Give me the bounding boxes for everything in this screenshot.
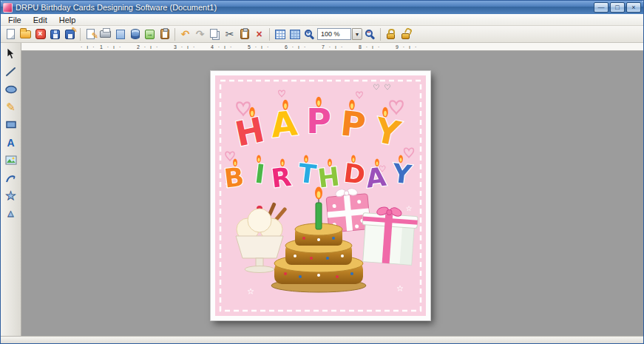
tool-palette: ✎A★▲	[1, 43, 21, 336]
lock-icon[interactable]	[384, 27, 398, 41]
zoom-in-icon[interactable]	[302, 27, 316, 41]
line-tool[interactable]	[2, 64, 20, 79]
menu-edit[interactable]: Edit	[27, 14, 53, 25]
toolbar-separator	[80, 28, 81, 41]
ruler-number: 7 · ı ·	[322, 44, 359, 50]
text-icon: A	[7, 138, 14, 148]
unlock-icon[interactable]	[399, 27, 413, 41]
ellipse-tool[interactable]	[2, 81, 20, 97]
paste-icon[interactable]	[237, 27, 251, 41]
close-button[interactable]: ×	[626, 2, 641, 13]
redo-icon[interactable]: ↷	[193, 27, 207, 41]
card-letter: T	[296, 158, 318, 190]
card-letter: B	[223, 162, 245, 194]
save-icon[interactable]	[48, 27, 62, 41]
toolbar: ×→↶↷✂×100 %▾	[1, 26, 643, 43]
copy-icon[interactable]	[208, 27, 222, 41]
birthday-card-artwork: HAPPYBIRTHDAY	[215, 75, 426, 316]
card-letter: H	[231, 109, 268, 155]
maximize-button[interactable]: □	[610, 2, 625, 13]
curve-tool[interactable]	[2, 170, 20, 186]
menu-file[interactable]: File	[2, 14, 27, 25]
select-tool[interactable]	[2, 46, 20, 61]
card-letter: P	[306, 101, 331, 141]
menubar: FileEditHelp	[1, 14, 643, 26]
app-icon	[3, 3, 13, 13]
ruler-number: 2 · ı ·	[137, 44, 174, 50]
ruler-number: 8 · ı ·	[359, 44, 396, 50]
ruler-number: 5 · ı ·	[248, 44, 285, 50]
save-as-icon[interactable]	[63, 27, 77, 41]
card-letter: Y	[390, 158, 413, 190]
window-title: DRPU Birthday Cards Designing Software (…	[16, 3, 591, 12]
triangle-tool[interactable]: ▲	[2, 206, 20, 221]
card-letter: A	[269, 103, 299, 145]
card-headline: HAPPYBIRTHDAY	[223, 97, 413, 194]
toolbar-separator	[269, 28, 270, 41]
main-area: ✎A★▲ · ı ·1 · ı ·2 · ı ·3 · ı ·4 · ı ·5 …	[1, 43, 643, 336]
white-gift-illustration	[360, 204, 418, 266]
minimize-button[interactable]: —	[594, 2, 609, 13]
rectangle-tool[interactable]	[2, 117, 20, 132]
ruler-number: 1 · ı ·	[100, 44, 137, 50]
page-setup-icon[interactable]	[84, 27, 98, 41]
cut-icon[interactable]: ✂	[223, 27, 237, 41]
delete-icon[interactable]: ×	[252, 27, 266, 41]
grid-icon[interactable]	[273, 27, 287, 41]
card-letter: A	[365, 162, 388, 194]
card-letter: P	[339, 103, 367, 145]
menu-help[interactable]: Help	[53, 14, 82, 25]
canvas-column: · ı ·1 · ı ·2 · ı ·3 · ı ·4 · ı ·5 · ı ·…	[21, 43, 643, 336]
toolbar-separator	[380, 28, 381, 41]
picture-tool[interactable]	[2, 152, 20, 168]
toolbar-separator	[174, 28, 175, 41]
ruler-number: 3 · ı ·	[174, 44, 211, 50]
status-bar	[1, 336, 643, 343]
new-document-icon[interactable]	[4, 27, 18, 41]
card-letter: R	[270, 162, 294, 194]
ruler-number: 6 · ı ·	[285, 44, 322, 50]
pencil-tool[interactable]: ✎	[2, 99, 20, 115]
snap-grid-icon[interactable]	[288, 27, 302, 41]
zoom-level-box[interactable]: 100 %	[317, 28, 351, 40]
database-icon[interactable]	[128, 27, 142, 41]
birthday-card[interactable]: HAPPYBIRTHDAY	[211, 71, 430, 320]
ruler: · ı ·1 · ı ·2 · ı ·3 · ı ·4 · ı ·5 · ı ·…	[21, 43, 643, 51]
zoom-dropdown[interactable]: ▾	[352, 28, 362, 40]
card-letter: D	[342, 158, 367, 189]
design-canvas[interactable]: HAPPYBIRTHDAY	[21, 51, 643, 336]
star-icon: ★	[5, 190, 16, 202]
zoom-out-icon[interactable]	[363, 27, 377, 41]
copy-card-icon[interactable]	[113, 27, 127, 41]
window-controls: —□×	[594, 2, 641, 13]
star-tool[interactable]: ★	[2, 188, 20, 203]
close-document-icon[interactable]: ×	[33, 27, 47, 41]
card-letter: I	[254, 158, 267, 189]
print-icon[interactable]	[98, 27, 112, 41]
title-bar[interactable]: DRPU Birthday Cards Designing Software (…	[1, 1, 643, 14]
undo-icon[interactable]: ↶	[178, 27, 192, 41]
text-tool[interactable]: A	[2, 135, 20, 150]
export-icon[interactable]: →	[143, 27, 157, 41]
ruler-number: 9 · ı ·	[396, 44, 433, 50]
pencil-icon: ✎	[6, 101, 16, 112]
triangle-icon: ▲	[6, 209, 16, 218]
app-window: DRPU Birthday Cards Designing Software (…	[0, 0, 644, 344]
paste-special-icon[interactable]	[157, 27, 172, 41]
open-icon[interactable]	[18, 27, 33, 41]
ruler-number: 4 · ı ·	[211, 44, 248, 50]
card-letter: Y	[370, 109, 404, 154]
